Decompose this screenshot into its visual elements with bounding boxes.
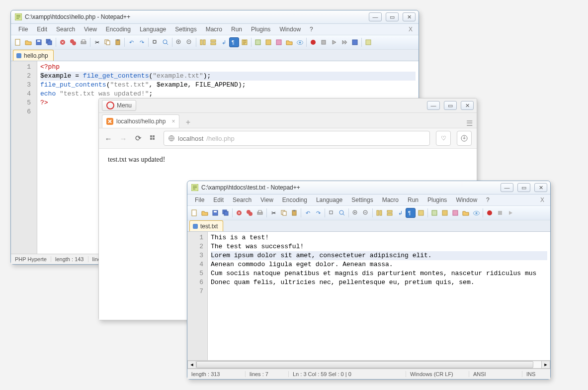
save-all-icon[interactable] [44, 37, 54, 47]
folder-icon[interactable] [461, 208, 471, 218]
new-tab-button[interactable]: + [182, 117, 193, 128]
file-tab-test[interactable]: test.txt [189, 220, 223, 231]
func-list-icon[interactable] [274, 37, 284, 47]
menubar-close-icon[interactable]: X [409, 26, 416, 33]
undo-icon[interactable]: ↶ [126, 37, 136, 47]
menu-view[interactable]: View [256, 196, 278, 203]
print-icon[interactable] [255, 208, 265, 218]
file-tab-hello[interactable]: hello.php [13, 50, 54, 61]
menu-macro[interactable]: Macro [378, 196, 403, 203]
play-icon[interactable] [329, 37, 339, 47]
forward-button[interactable]: → [119, 134, 128, 143]
bookmark-button[interactable]: ♡ [436, 131, 451, 146]
downloads-button[interactable] [457, 131, 472, 146]
indent-guide-icon[interactable] [240, 37, 250, 47]
stop-icon[interactable] [495, 208, 505, 218]
menu-window[interactable]: Window [451, 196, 482, 203]
close-button[interactable]: ✕ [534, 183, 547, 192]
address-bar[interactable]: localhost/hello.php [164, 131, 430, 146]
menu-edit[interactable]: Edit [32, 26, 52, 33]
menu-encoding[interactable]: Encoding [101, 26, 135, 33]
menu-run[interactable]: Run [403, 196, 423, 203]
indent-guide-icon[interactable] [416, 208, 426, 218]
titlebar[interactable]: C:\xampp\htdocs\test.txt - Notepad++ — ▭… [187, 181, 550, 195]
close-all-icon[interactable] [245, 208, 254, 218]
save-macro-icon[interactable] [350, 37, 360, 47]
monitor-icon[interactable] [295, 37, 305, 47]
close-file-icon[interactable] [234, 208, 244, 218]
find-icon[interactable] [150, 37, 160, 47]
menu-macro[interactable]: Macro [201, 26, 227, 33]
doc-map-icon[interactable] [263, 37, 273, 47]
sync-h-icon[interactable] [208, 37, 218, 47]
menu-language[interactable]: Language [312, 196, 347, 203]
menu-help[interactable]: ? [305, 26, 318, 33]
code-editor[interactable]: 123 456 7 This is a test! The test was s… [187, 232, 550, 360]
record-icon[interactable] [485, 208, 495, 218]
record-icon[interactable] [308, 37, 318, 47]
menu-settings[interactable]: Settings [170, 26, 201, 33]
zoom-out-icon[interactable] [361, 208, 371, 218]
menu-search[interactable]: Search [52, 26, 80, 33]
save-icon[interactable] [34, 37, 44, 47]
zoom-in-icon[interactable] [174, 37, 184, 47]
print-icon[interactable] [79, 37, 88, 47]
redo-icon[interactable]: ↷ [313, 208, 323, 218]
close-button[interactable]: ✕ [461, 101, 474, 110]
back-button[interactable]: ← [104, 134, 113, 143]
scroll-left-button[interactable]: ◄ [187, 361, 196, 369]
menu-help[interactable]: ? [482, 196, 494, 203]
tab-close-icon[interactable]: × [171, 118, 175, 125]
lang-icon[interactable] [253, 37, 263, 47]
menu-window[interactable]: Window [275, 26, 305, 33]
play-icon[interactable] [505, 208, 515, 218]
menubar-close-icon[interactable]: X [540, 196, 547, 203]
menu-run[interactable]: Run [227, 26, 247, 33]
menu-language[interactable]: Language [135, 26, 170, 33]
sync-v-icon[interactable] [198, 37, 208, 47]
minimize-button[interactable]: — [427, 101, 440, 110]
paste-icon[interactable] [289, 208, 299, 218]
menu-encoding[interactable]: Encoding [278, 196, 312, 203]
func-list-icon[interactable] [450, 208, 460, 218]
maximize-button[interactable]: ▭ [444, 101, 457, 110]
wrap-icon[interactable]: ↲ [219, 37, 229, 47]
new-file-icon[interactable] [189, 208, 199, 218]
monitor-icon[interactable] [471, 208, 481, 218]
replace-icon[interactable] [337, 208, 347, 218]
menu-edit[interactable]: Edit [209, 196, 228, 203]
menu-file[interactable]: File [190, 196, 209, 203]
close-file-icon[interactable] [58, 37, 68, 47]
cut-icon[interactable]: ✂ [268, 208, 278, 218]
menu-plugins[interactable]: Plugins [423, 196, 451, 203]
scroll-right-button[interactable]: ► [541, 361, 550, 369]
scroll-thumb[interactable] [196, 361, 533, 368]
titlebar[interactable]: C:\xampp\htdocs\hello.php - Notepad++ — … [11, 10, 419, 24]
extra-icon[interactable] [363, 37, 373, 47]
new-file-icon[interactable] [13, 37, 23, 47]
close-all-icon[interactable] [68, 37, 78, 47]
minimize-button[interactable]: — [501, 183, 513, 192]
maximize-button[interactable]: ▭ [517, 183, 530, 192]
stop-icon[interactable] [319, 37, 329, 47]
tab-menu-icon[interactable]: ☰ [465, 119, 474, 128]
zoom-out-icon[interactable] [184, 37, 194, 47]
speed-dial-button[interactable] [149, 134, 158, 143]
browser-tab[interactable]: localhost/hello.php × [102, 114, 179, 128]
show-all-icon[interactable]: ¶ [406, 208, 416, 218]
replace-icon[interactable] [161, 37, 170, 47]
save-icon[interactable] [210, 208, 220, 218]
menu-plugins[interactable]: Plugins [247, 26, 275, 33]
maximize-button[interactable]: ▭ [386, 12, 399, 21]
lang-icon[interactable] [429, 208, 439, 218]
menu-file[interactable]: File [14, 26, 32, 33]
horizontal-scrollbar[interactable]: ◄ ► [187, 360, 550, 369]
folder-icon[interactable] [284, 37, 294, 47]
menu-settings[interactable]: Settings [347, 196, 377, 203]
fast-icon[interactable] [339, 37, 349, 47]
undo-icon[interactable]: ↶ [303, 208, 313, 218]
reload-button[interactable]: ⟳ [134, 134, 143, 143]
open-file-icon[interactable] [200, 208, 210, 218]
doc-map-icon[interactable] [440, 208, 450, 218]
paste-icon[interactable] [113, 37, 123, 47]
